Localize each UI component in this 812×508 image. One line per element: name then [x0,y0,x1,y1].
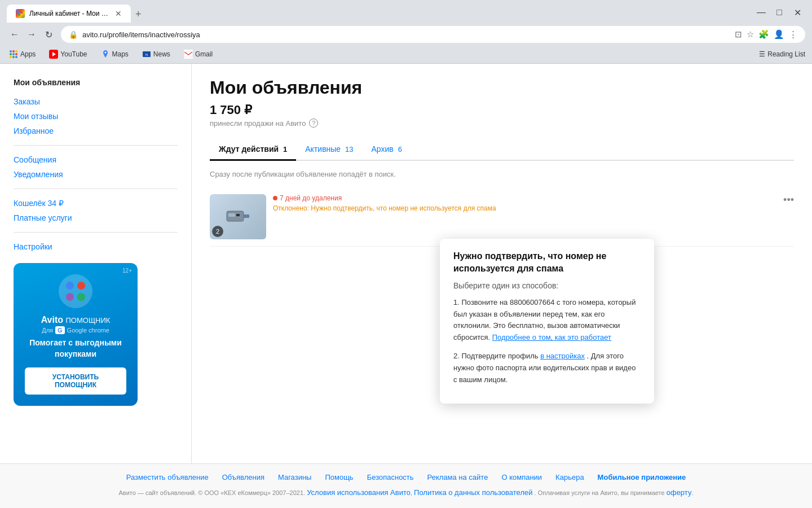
reading-list[interactable]: ☰ Reading List [759,50,805,58]
popup-title: Нужно подтвердить, что номер не использу… [453,250,641,275]
footer-link-mobile-app[interactable]: Мобильное приложение [598,473,686,481]
svg-point-11 [12,56,15,58]
tabs-bar: Ждут действий 1 Активные 13 Архив 6 [210,139,794,161]
bookmark-news[interactable]: N News [140,49,173,60]
apps-label: Apps [20,50,36,58]
svg-point-12 [15,56,17,58]
extensions-icon[interactable]: 🧩 [758,29,769,40]
url-text: avito.ru/profile/items/inactive/rossiya [82,30,730,39]
youtube-label: YouTube [60,50,87,58]
svg-point-8 [12,53,15,55]
popup-step1: 1. Позвоните на 88006007664 с того номер… [453,297,641,344]
back-button[interactable]: ← [7,27,23,42]
help-icon[interactable]: ? [309,119,318,128]
sidebar-link-favorites[interactable]: Избранное [14,124,178,138]
avito-banner: 12+ Avito ПОМОЩНИК Для [14,263,138,406]
new-tab-button[interactable]: + [131,6,146,23]
bookmarks-bar: Apps YouTube Maps N News Gmail ☰ Reading… [0,46,812,64]
banner-avito: Avito [41,315,63,325]
svg-point-7 [10,53,12,55]
bookmark-star-icon[interactable]: ☆ [747,29,754,40]
status-dot [273,196,277,200]
footer-copyright: Авито — сайт объявлений. © ООО «КЕХ еКом… [18,487,794,499]
svg-point-1 [20,11,23,14]
sidebar-link-orders[interactable]: Заказы [14,94,178,109]
banner-subtitle: Для G Google chrome [25,326,126,334]
svg-rect-22 [228,213,235,217]
sidebar-link-settings[interactable]: Настройки [14,239,178,254]
banner-age-rating: 12+ [122,268,132,274]
footer-offer-link[interactable]: оферту [667,488,692,497]
sidebar-link-wallet[interactable]: Кошелёк 34 ₽ [14,196,178,211]
dot-purple [66,293,74,301]
popup-subtitle: Выберите один из способов: [453,281,641,290]
sidebar: Мои объявления Заказы Мои отзывы Избранн… [0,64,192,463]
footer-link-listings[interactable]: Объявления [222,473,264,481]
minimize-button[interactable]: — [753,5,769,20]
svg-rect-21 [244,214,249,218]
banner-logo [59,274,92,308]
install-helper-button[interactable]: УСТАНОВИТЬ ПОМОЩНИК [25,367,126,395]
sales-amount: 1 750 ₽ [210,103,794,117]
footer-link-help[interactable]: Помощь [325,473,353,481]
google-badge: G [55,326,65,334]
address-bar[interactable]: 🔒 avito.ru/profile/items/inactive/rossiy… [61,26,805,43]
listing-menu-button[interactable]: ••• [783,194,794,206]
forward-button[interactable]: → [24,27,39,42]
browser-tab[interactable]: Личный кабинет - Мои объяв... ✕ [7,5,131,23]
spam-verification-popup: Нужно подтвердить, что номер не использу… [440,239,654,404]
gmail-label: Gmail [195,50,213,58]
tab-title: Личный кабинет - Мои объяв... [29,10,111,17]
svg-text:N: N [145,53,148,56]
listing-rejection-reason[interactable]: Отклонено: Нужно подтвердить, что номер … [273,204,794,212]
svg-point-5 [12,50,15,52]
close-window-button[interactable]: ✕ [789,5,805,20]
tab-awaiting-action[interactable]: Ждут действий 1 [210,139,296,161]
maps-label: Maps [112,50,129,58]
sidebar-link-messages[interactable]: Сообщения [14,152,178,167]
banner-description: Помогает с выгодными покупками [25,338,126,360]
listing-description: Сразу после публикации объявление попадё… [210,170,794,178]
maximize-button[interactable]: □ [771,5,787,20]
reload-button[interactable]: ↻ [41,27,56,42]
lock-icon: 🔒 [69,30,78,39]
footer-link-place-ad[interactable]: Разместить объявление [126,473,209,481]
listing-image: 2 [210,194,266,239]
reading-list-icon: ☰ [759,50,765,58]
popup-step1-link[interactable]: Подробнее о том, как это работает [492,333,611,341]
profile-icon[interactable]: 👤 [774,29,784,40]
tab-close-button[interactable]: ✕ [115,9,122,18]
bookmark-gmail[interactable]: Gmail [182,49,215,60]
footer-link-careers[interactable]: Карьера [555,473,584,481]
sidebar-link-notifications[interactable]: Уведомления [14,167,178,182]
svg-rect-18 [184,50,193,59]
menu-icon[interactable]: ⋮ [789,29,797,40]
svg-point-0 [18,11,20,14]
sidebar-link-paid-services[interactable]: Платные услуги [14,211,178,225]
listing-info: 7 дней до удаления Отклонено: Нужно подт… [273,194,794,212]
bookmark-maps[interactable]: Maps [99,49,131,60]
footer-link-ads[interactable]: Реклама на сайте [427,473,488,481]
bookmark-youtube[interactable]: YouTube [47,49,89,60]
svg-point-6 [15,50,17,52]
tab-active[interactable]: Активные 13 [296,139,362,161]
svg-point-4 [10,50,12,52]
footer-link-about[interactable]: О компании [501,473,542,481]
bookmark-apps[interactable]: Apps [7,49,38,60]
sales-description: принесли продажи на Авито ? [210,119,794,128]
footer-link-security[interactable]: Безопасность [367,473,414,481]
footer-privacy-link[interactable]: Политика о данных пользователей [414,488,532,497]
svg-point-9 [15,53,17,55]
footer-links: Разместить объявление Объявления Магазин… [18,473,794,481]
popup-step2-link[interactable]: в настройках [540,352,585,360]
sidebar-link-reviews[interactable]: Мои отзывы [14,109,178,124]
listing-days-remaining: 7 дней до удаления [273,194,794,202]
footer-link-stores[interactable]: Магазины [278,473,312,481]
svg-point-3 [20,14,23,16]
footer-tos-link[interactable]: Условия использования Авито [307,488,411,497]
tab-archive[interactable]: Архив 6 [363,139,411,161]
screenshot-icon[interactable]: ⊡ [735,29,742,40]
svg-point-10 [10,56,12,58]
popup-step2: 2. Подтвердите профиль в настройках . Дл… [453,351,641,386]
listing-photo-count: 2 [212,226,223,237]
